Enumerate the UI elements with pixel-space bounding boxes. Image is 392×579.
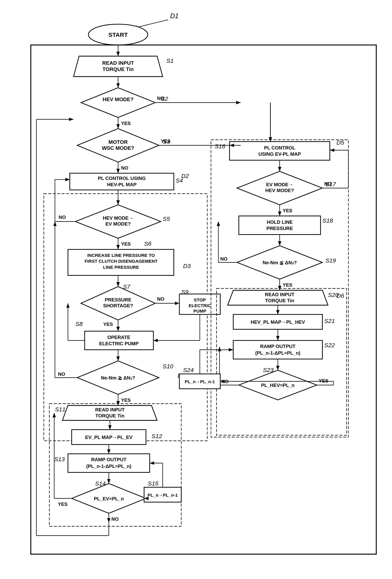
d1-label: D1 [170,12,179,20]
s24-text: PL_n→PL_n-1 [185,379,215,384]
s2-no-label: NO [157,96,164,101]
s8-text-line1: OPERATE [107,335,131,340]
s16-node [230,142,330,160]
s8-label: S8 [75,320,82,327]
s5-label: S5 [163,215,170,222]
s15-label: S15 [148,480,158,487]
s13-text-line2: (PL_n-1-ΔPL=PL_n) [86,464,131,469]
s10-no-label: NO [58,371,65,377]
s4-text-line1: PL CONTROL USING [98,176,146,181]
s23-yes-label: YES [319,378,328,383]
s1-text-line2: TORQUE Tin [102,66,133,72]
s19-label: S19 [325,257,336,264]
s11-label: S11 [55,406,65,413]
s3-text-line1: MOTOR [108,139,128,145]
s4-text-line2: HEV-PL MAP [107,182,136,187]
s16-text-line1: PL CONTROL [264,145,295,150]
s7-no-label: NO [157,296,164,302]
s24-label: S24 [183,366,194,373]
s10-yes-label: YES [121,397,131,403]
s19-yes-label: YES [282,282,292,288]
s11-text-line1: READ INPUT [95,407,125,412]
s19-no-label: NO [220,256,227,262]
s5-text-line2: EV MODE? [105,221,131,226]
s18-label: S18 [323,217,333,224]
s8-node [85,331,153,350]
s6-text-line2: FIRST CLUTCH DISENGAGEMENT [84,259,158,264]
d5-label: D5 [336,139,344,146]
s17-text-line1: EV MODE→ [266,182,293,187]
s12-text: EV_PL MAP→PL_EV [85,435,132,440]
s18-node [239,216,321,234]
s13-node [68,454,150,472]
s5-text-line1: HEV MODE→ [103,215,133,221]
s23-text: PL_HEV=PL_n [261,383,294,388]
s20-text-line1: READ INPUT [265,292,294,297]
s6-label-top: S6 [144,240,151,247]
s7-text-line1: PRESSURE [105,297,131,302]
s3-no-label: NO [121,165,128,171]
s10-label: S10 [163,363,173,369]
s11-text-line2: TORQUE Tin [95,413,124,418]
s2-yes-label: YES [121,121,131,126]
s14-yes-label: YES [58,502,67,507]
s21-label: S21 [324,317,335,324]
svg-rect-2 [10,8,382,558]
s4-label: S4 [176,177,183,184]
s14-label: S14 [95,480,106,487]
s22-text-line2: (PL_n-1-ΔPL=PL_n) [255,350,300,356]
s23-label: S23 [263,366,273,373]
start-label: START [108,31,128,38]
s6-text-line3: LINE PRESSURE [103,265,139,270]
s12-label: S12 [151,433,162,439]
s14-text: PL_EV=PL_n [94,496,124,501]
s14-no-label: NO [111,516,119,522]
flowchart-svg: D1 START READ INPUT TORQUE Tin S1 HEV MO… [10,8,382,558]
s16-label: S16 [215,143,225,149]
s7-label: S7 [123,283,130,290]
d3-label: D3 [183,263,191,269]
s3-text-line2: WSC MODE? [102,145,134,151]
s1-text-line1: READ INPUT [102,60,134,66]
s2-text: HEV MODE? [102,96,133,102]
s10-text: Ne-Nm ≧ ΔN₁? [101,375,135,380]
diagram-container: D1 START READ INPUT TORQUE Tin S1 HEV MO… [10,8,382,559]
s17-yes-label: YES [282,208,292,213]
s17-text-line2: HEV MODE? [265,188,294,193]
s21-text: HEV_PL MAP→PL_HEV [251,319,305,325]
s7-text-line2: SHORTAGE? [103,303,133,308]
s3-yes-label: YES [161,139,170,144]
s18-text-line1: HOLD LINE [266,219,292,225]
s16-text-line2: USING EV-PL MAP [258,151,301,157]
s17-no-label: NO [324,181,331,186]
s9-text-line3: PUMP [193,308,206,314]
s13-text-line1: RAMP OUTPUT [91,457,127,462]
s15-text: PL_n→PL_n-1 [147,493,178,498]
s18-text-line2: PRESSURE [266,226,293,231]
s20-label: S20 [328,291,338,298]
s22-node [233,341,323,359]
s13-label: S13 [54,456,65,462]
s6-text-line1: INCREASE LINE PRESSURE TO [87,253,155,258]
s22-label: S22 [324,342,335,348]
s5-no-label: NO [59,215,66,220]
s7-yes-label: YES [103,322,113,327]
s1-label: S1 [166,57,174,64]
s5-yes-label: YES [121,241,131,247]
s20-text-line2: TORQUE Tin [265,298,294,303]
s19-text: Ne-Nm ≦ ΔN₂? [262,260,297,265]
s9-text-line1: STOP [194,297,206,302]
s9-text-line2: ELECTRIC [189,303,211,308]
s8-text-line2: ELECTRIC PUMP [99,341,138,346]
s22-text-line1: RAMP OUTPUT [260,344,295,349]
